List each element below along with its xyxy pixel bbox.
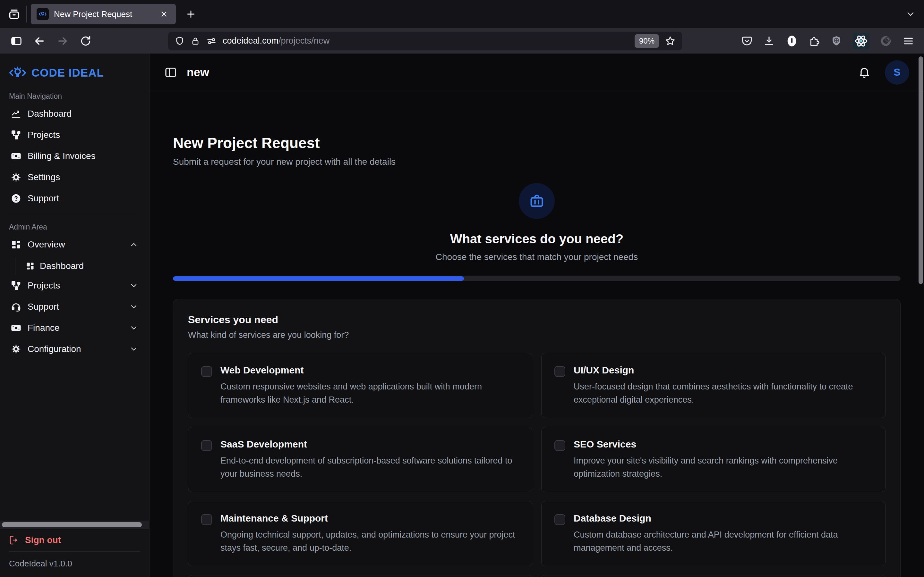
sidebar-item-dashboard[interactable]: Dashboard [7,105,142,122]
sidebar-item-overview[interactable]: Overview [7,236,142,253]
logout-icon [9,535,19,545]
option-description: Ongoing technical support, updates, and … [220,528,519,554]
sidebar-item-admin-support[interactable]: Support [7,298,142,316]
browser-tab-bar: New Project Request [0,0,924,28]
option-title: Web Development [220,365,519,376]
sidebar-item-label: Billing & Invoices [27,151,95,161]
sign-out-label: Sign out [25,535,61,545]
chevron-up-icon [129,240,138,249]
step-question-subtitle: Choose the services that match your proj… [173,252,901,262]
overview-submenu: Dashboard [15,257,142,275]
page-title: New Project Request [173,134,901,152]
sidebar-item-label: Support [27,301,59,312]
url-bar[interactable]: codeideal.com/projects/new 90% [168,32,682,50]
sidebar-item-label: Support [27,193,59,203]
url-text: codeideal.com/projects/new [223,36,330,46]
chevron-down-icon [129,281,138,290]
zoom-level-badge[interactable]: 90% [635,34,659,48]
sidebar-item-billing[interactable]: Billing & Invoices [7,147,142,165]
option-title: Maintenance & Support [220,513,519,524]
react-devtools-icon[interactable] [853,33,869,49]
tab-separator [26,6,27,23]
user-avatar[interactable]: S [885,60,909,85]
main-area: new S New Project Request Submit a reque… [150,53,924,577]
extensions-puzzle-icon[interactable] [809,35,820,47]
option-title: Database Design [573,513,872,524]
option-description: End-to-end development of subscription-b… [220,454,519,480]
option-description: Improve your site's visibility and searc… [573,454,872,480]
sidebar-item-label: Settings [27,172,60,182]
checkbox[interactable] [201,440,212,451]
sidebar-item-projects[interactable]: Projects [7,126,142,143]
option-description: Custom responsive websites and web appli… [220,380,519,406]
app-version: CodeIdeal v1.0.0 [0,552,149,577]
panel-left-icon[interactable] [164,66,177,79]
service-option-uiux-design[interactable]: UI/UX Design User-focused design that co… [541,353,885,418]
page-vertical-scrollbar[interactable] [919,56,923,284]
progress-bar [173,276,901,281]
pocket-icon[interactable] [741,35,753,47]
sidebar-subitem-dashboard[interactable]: Dashboard [22,257,142,275]
banknote-icon [11,151,21,161]
bookmark-star-icon[interactable] [665,35,676,47]
sidebar-item-settings[interactable]: Settings [7,169,142,186]
sign-out-button[interactable]: Sign out [0,529,149,551]
chevron-down-icon [129,345,138,354]
checkbox[interactable] [554,440,565,451]
service-option-saas-development[interactable]: SaaS Development End-to-end development … [188,427,532,492]
avatar-initial: S [893,66,900,78]
services-card-subtitle: What kind of services are you looking fo… [188,330,885,340]
briefcase-icon [528,193,545,210]
tab-close-icon[interactable] [158,8,170,20]
brand-logo[interactable]: CODE IDEAL [0,53,149,85]
password-manager-icon[interactable] [785,35,798,47]
sidebar-horizontal-scrollbar[interactable] [0,521,149,529]
shield-permissions-icon[interactable] [174,36,185,46]
sidebar-bottom: Sign out CodeIdeal v1.0.0 [0,521,149,577]
site-favicon-bulb-icon [37,8,49,20]
checkbox[interactable] [554,366,565,377]
service-option-web-development[interactable]: Web Development Custom responsive websit… [188,353,532,418]
firefox-view-button[interactable] [4,4,24,24]
scrollbar-thumb[interactable] [2,522,142,527]
service-option-cloud-solutions[interactable]: Cloud Solutions [541,575,885,577]
reload-button[interactable] [76,31,95,51]
browser-tab[interactable]: New Project Request [31,4,176,24]
menu-hamburger-icon[interactable] [902,35,914,47]
network-icon [11,280,21,291]
section-label-main: Main Navigation [9,92,140,101]
sidebar-item-finance[interactable]: Finance [7,319,142,337]
logo-bulb-icon [8,65,27,81]
forward-button[interactable] [53,31,73,51]
downloads-icon[interactable] [763,35,775,47]
service-option-data-extraction[interactable]: Data Extraction [188,575,532,577]
list-all-tabs-button[interactable] [905,9,916,19]
new-tab-button[interactable] [183,6,199,22]
app-frame: CODE IDEAL Main Navigation Dashboard Pro… [0,53,924,577]
sidebar-item-configuration[interactable]: Configuration [7,340,142,358]
sidebar-item-admin-projects[interactable]: Projects [7,277,142,294]
option-description: User-focused design that combines aesthe… [573,380,872,406]
ublock-ring-icon[interactable] [880,35,892,47]
checkbox[interactable] [201,366,212,377]
service-option-seo-services[interactable]: SEO Services Improve your site's visibil… [541,427,885,492]
sidebar-toggle-button[interactable] [6,31,26,51]
lock-icon[interactable] [191,36,200,46]
checkbox[interactable] [201,514,212,525]
tab-title: New Project Request [54,9,153,19]
chevron-down-icon [129,324,138,332]
sidebar-item-label: Dashboard [40,261,84,271]
checkbox[interactable] [554,514,565,525]
sidebar-item-support[interactable]: Support [7,190,142,207]
notifications-bell-icon[interactable] [858,66,871,79]
chevron-down-icon [129,302,138,311]
service-option-maintenance-support[interactable]: Maintenance & Support Ongoing technical … [188,501,532,566]
back-button[interactable] [29,31,49,51]
page-header-title: new [187,66,209,79]
service-option-database-design[interactable]: Database Design Custom database architec… [541,501,885,566]
privacy-shield-icon[interactable] [830,35,843,47]
banknote-icon [11,323,21,333]
option-title: SaaS Development [220,439,519,450]
option-description: Custom database architecture and API dev… [573,528,872,554]
site-permissions-sliders-icon[interactable] [206,35,217,47]
